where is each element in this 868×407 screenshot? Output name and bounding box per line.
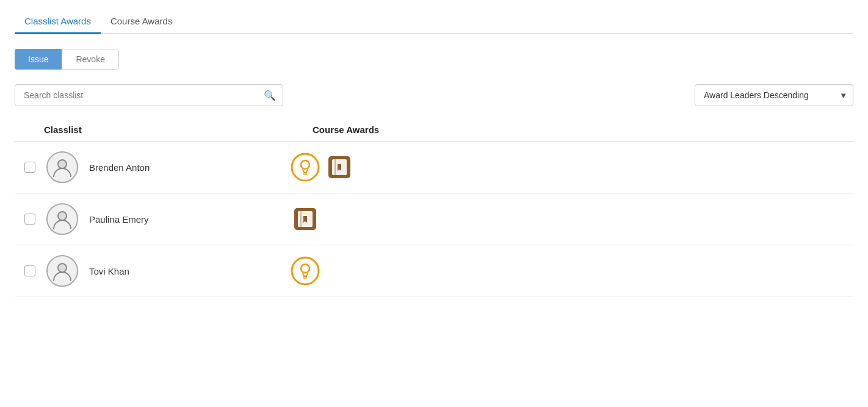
tab-classlist-awards[interactable]: Classlist Awards [15,10,101,34]
award-book-icon[interactable] [291,204,320,234]
student-name-brenden: Brenden Anton [89,162,291,173]
svg-point-12 [58,264,67,272]
student-name-tovi: Tovi Khan [89,266,291,276]
tab-course-awards[interactable]: Course Awards [101,10,182,34]
award-bulb-icon[interactable] [291,256,320,286]
award-bulb-icon[interactable] [291,153,320,182]
sort-wrapper: Award Leaders Descending Award Leaders A… [695,84,853,106]
issue-button[interactable]: Issue [15,49,62,70]
column-course-awards: Course Awards [313,124,379,135]
action-buttons: Issue Revoke [15,49,853,70]
column-classlist: Classlist [44,124,313,135]
row-checkbox-brenden[interactable] [24,162,35,173]
controls-row: 🔍 Award Leaders Descending Award Leaders… [15,84,853,106]
svg-point-8 [58,212,67,220]
avatar-paulina [46,203,78,235]
svg-point-13 [292,258,319,284]
svg-rect-7 [335,159,336,175]
awards-cell-brenden [291,153,354,182]
svg-point-14 [301,264,309,273]
avatar-tovi [46,255,78,287]
student-name-paulina: Paulina Emery [89,214,291,225]
svg-rect-11 [300,211,302,227]
awards-cell-tovi [291,256,320,286]
svg-point-2 [301,160,309,169]
row-checkbox-paulina[interactable] [24,214,35,225]
svg-point-0 [58,160,67,168]
revoke-button[interactable]: Revoke [62,49,118,70]
avatar-brenden [46,151,78,183]
student-list: Brenden Anton [15,142,853,297]
search-icon: 🔍 [264,90,276,101]
awards-cell-paulina [291,204,320,234]
table-row: Tovi Khan [15,245,853,297]
tabs-bar: Classlist Awards Course Awards [15,10,853,34]
search-wrapper: 🔍 [15,84,283,106]
table-row: Paulina Emery [15,193,853,245]
sort-select[interactable]: Award Leaders Descending Award Leaders A… [695,84,853,106]
award-book-icon[interactable] [325,153,354,182]
table-row: Brenden Anton [15,142,853,193]
page-container: Classlist Awards Course Awards Issue Rev… [0,0,868,407]
table-headers: Classlist Course Awards [15,118,853,142]
svg-point-1 [292,154,319,181]
search-input[interactable] [15,84,283,106]
row-checkbox-tovi[interactable] [24,265,35,276]
